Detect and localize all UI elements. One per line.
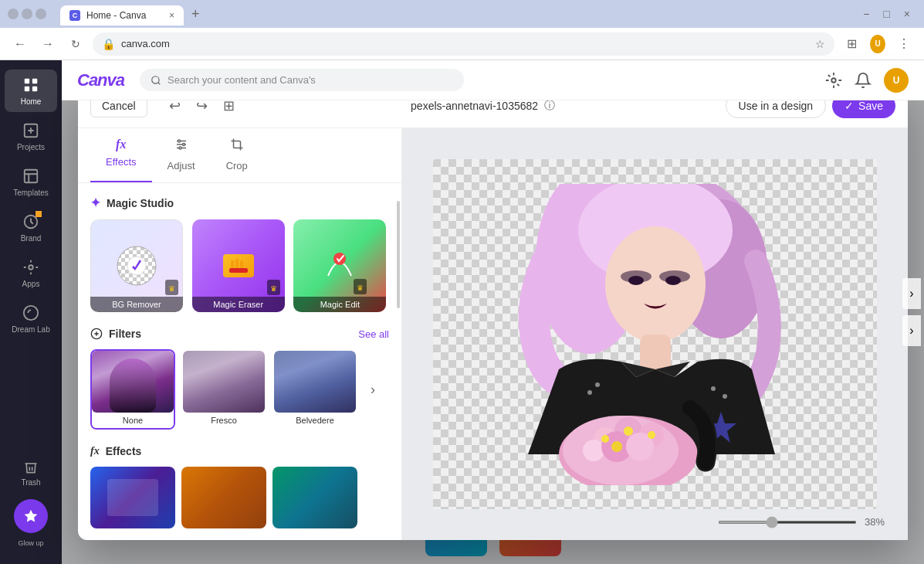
tab-close-button[interactable]: × [169,10,174,21]
svg-rect-5 [25,170,38,183]
svg-point-37 [605,226,706,342]
modal-wrapper: × Cancel ↩ ↪ ⊞ [76,69,910,556]
active-tab[interactable]: C Home - Canva × [60,5,184,25]
info-icon[interactable]: ⓘ [544,99,555,113]
forward-button[interactable]: → [37,33,59,55]
panel-tabs: fx Effects Adjust [78,128,401,183]
effect-card-1[interactable] [90,467,175,528]
svg-point-59 [611,441,622,452]
maximize-button[interactable] [22,8,32,19]
svg-point-41 [665,276,681,285]
tab-title: Home - Canva [86,10,146,21]
address-bar[interactable]: 🔒 canva.com ☆ [93,32,834,56]
close-window-button[interactable] [36,8,46,19]
magic-eraser-card[interactable]: ♛ Magic Eraser [192,219,285,312]
right-arrow-top[interactable]: › [902,278,921,309]
magic-edit-label: Magic Edit [293,297,386,312]
tab-adjust[interactable]: Adjust [152,128,211,182]
svg-point-26 [333,253,346,265]
trash-label: Trash [21,478,40,487]
tab-effects[interactable]: fx Effects [90,128,152,182]
canva-search-bar[interactable]: Search your content and Canva's [140,69,464,91]
apps-icon [22,258,40,277]
reload-button[interactable]: ↻ [65,33,86,55]
svg-point-43 [587,390,592,395]
magic-studio-title: Magic Studio [107,197,174,209]
right-arrow-bottom[interactable]: › [902,315,921,346]
svg-point-8 [152,76,159,83]
url-text: canva.com [121,38,809,49]
see-all-filters-button[interactable]: See all [358,328,389,340]
sidebar-item-apps[interactable]: Apps [5,252,57,294]
magic-studio-icon: ✦ [90,195,100,210]
effects-title: Effects [106,445,142,457]
trash-item[interactable]: Trash [15,454,46,493]
filter-fresco-label: Fresco [183,413,265,428]
filter-scroll-right[interactable]: › [364,358,382,420]
svg-point-7 [29,265,33,270]
menu-button[interactable]: ⋮ [893,33,915,55]
effects-row [90,467,389,528]
filter-belvedere[interactable]: Belvedere [272,349,357,430]
sidebar-item-home[interactable]: Home [5,70,57,112]
tab-crop[interactable]: Crop [211,128,263,182]
effect-card-2[interactable] [181,467,266,528]
browser-traffic-lights [8,8,46,19]
magic-eraser-content: ♛ [223,254,254,277]
profile-button[interactable]: U [867,33,888,55]
fries-icon [223,254,254,277]
svg-point-14 [182,144,184,146]
canva-sidebar: Home Projects Templates [0,60,62,564]
user-avatar[interactable]: U [884,68,909,93]
notifications-icon[interactable] [855,72,872,89]
sidebar-item-templates[interactable]: Templates [5,161,57,203]
effects-section: fx Effects [90,445,389,528]
sidebar-item-dreamlab[interactable]: Dream Lab [5,297,57,340]
effects-icon: fx [90,445,100,457]
glow-up-button[interactable] [14,499,48,533]
scroll-thumb[interactable] [397,201,400,308]
svg-point-40 [628,276,644,285]
svg-point-57 [624,426,633,436]
svg-point-56 [601,435,609,443]
sidebar-item-brand[interactable]: Brand [5,206,57,249]
magic-studio-section: ✦ Magic Studio [90,195,389,210]
filter-fresco[interactable]: Fresco [181,349,266,430]
projects-icon [22,121,40,140]
svg-point-53 [583,440,604,461]
canva-header: Canva Search your content and Canva's U [62,60,924,100]
window-close[interactable]: × [898,5,916,23]
settings-icon[interactable] [825,72,842,89]
toolbar-icons: ⊞ U ⋮ [841,33,915,55]
back-button[interactable]: ← [9,33,31,55]
effect-card-3[interactable] [272,467,357,528]
window-restore[interactable]: □ [877,5,895,23]
bg-remover-card[interactable]: ♛ BG Remover [90,219,183,312]
modal-filename: pexels-annetnavi-1035682 [411,100,538,112]
filters-icon [90,328,103,340]
new-tab-button[interactable]: + [185,3,206,25]
extensions-button[interactable]: ⊞ [841,33,862,55]
modal-title-area: pexels-annetnavi-1035682 ⓘ [250,99,716,113]
bg-remover-icon [113,243,160,289]
home-icon [22,76,40,94]
left-panel: fx Effects Adjust [78,128,402,540]
filter-none[interactable]: None [90,349,175,430]
person-illustration [466,184,844,485]
magic-studio-grid: ♛ BG Remover [90,219,389,312]
adjust-tab-icon [174,138,188,155]
svg-point-9 [831,78,836,83]
filter-row: None [90,349,389,430]
svg-point-44 [595,382,600,387]
zoom-percentage: 38% [865,516,895,528]
window-minimize[interactable]: − [857,5,875,23]
minimize-button[interactable] [8,8,19,19]
zoom-control: 38% [718,516,895,528]
magic-edit-crown: ♛ [354,279,367,294]
star-icon[interactable]: ☆ [815,38,825,50]
bg-remover-crown: ♛ [165,280,178,295]
effects-header: fx Effects [90,445,389,457]
zoom-slider[interactable] [718,521,857,524]
sidebar-item-projects[interactable]: Projects [5,115,57,158]
magic-edit-card[interactable]: ♛ Magic Edit [293,219,386,312]
